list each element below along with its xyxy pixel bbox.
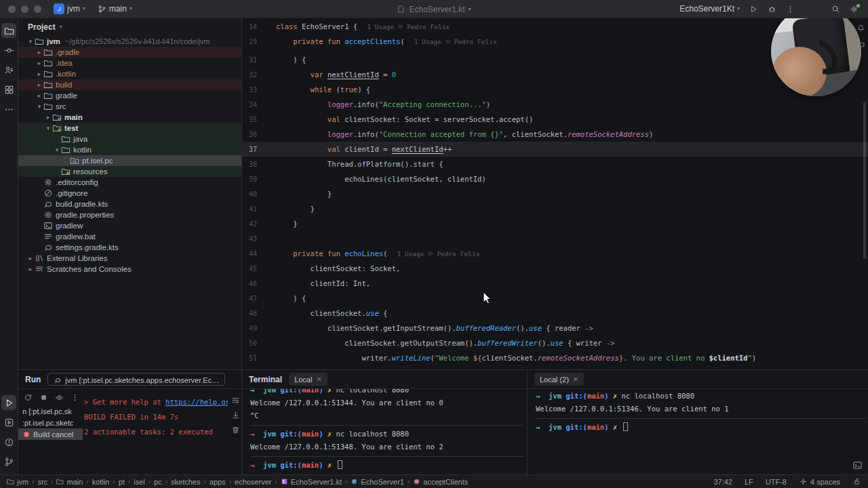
breadcrumb-item-src[interactable]: src — [37, 478, 47, 486]
settings-button[interactable] — [850, 5, 859, 14]
soft-wrap-button[interactable] — [231, 396, 240, 405]
code-line-50[interactable]: 50 clientSocket.getOutputStream().buffer… — [242, 336, 868, 350]
run-list-item[interactable]: n [:pt.isel.pc.sk — [18, 405, 83, 417]
sidebar-item-structure[interactable] — [1, 82, 16, 97]
line-ending-selector[interactable]: LF — [745, 478, 753, 486]
breadcrumb-item-sketches[interactable]: sketches — [171, 478, 200, 486]
clear-all-button[interactable] — [231, 426, 240, 434]
sidebar-item-version-control[interactable] — [1, 454, 16, 469]
code-line-38[interactable]: 38 Thread.ofPlatform().start { — [242, 157, 868, 171]
code-editor[interactable]: 14class EchoServer1 {1 UsagePedro Felix2… — [242, 18, 868, 369]
run-list-item[interactable]: :pt.isel.pc.sketc — [18, 417, 83, 428]
inlay-hint[interactable]: 1 UsagePedro Felix — [367, 23, 450, 30]
tree-item-build[interactable]: ▸build — [18, 79, 241, 90]
tree-item-resources[interactable]: resources — [18, 166, 241, 177]
code-line-47[interactable]: 47 ) { — [242, 291, 868, 306]
chevron-closed-icon[interactable]: ▸ — [35, 60, 43, 66]
tree-item-gitignore[interactable]: .gitignore — [18, 188, 241, 199]
tree-item-java[interactable]: java — [18, 134, 241, 144]
traffic-light-close[interactable] — [8, 5, 16, 13]
tree-item-editorconfig[interactable]: .editorconfig — [18, 177, 241, 188]
chevron-open-icon[interactable]: ▾ — [35, 103, 43, 110]
breadcrumb-item-pt[interactable]: pt — [119, 478, 125, 486]
sidebar-item-problems[interactable] — [1, 434, 16, 449]
editor-scrollbar[interactable] — [863, 102, 866, 259]
stop-button[interactable] — [39, 393, 48, 402]
code-line-40[interactable]: 40 } — [242, 186, 868, 201]
breadcrumb-item-apps[interactable]: apps — [210, 478, 226, 486]
chevron-closed-icon[interactable]: ▸ — [35, 81, 43, 88]
tree-item-gradlew-bat[interactable]: gradlew.bat — [18, 231, 241, 242]
terminal-2-output[interactable]: → jvm git:(main) ✗ nc localhost 8080Welc… — [536, 389, 865, 474]
more-options-button[interactable] — [71, 393, 79, 402]
indent-selector[interactable]: 4 spaces — [799, 477, 840, 486]
code-line-41[interactable]: 41 } — [242, 201, 868, 216]
scroll-to-end-button[interactable] — [231, 411, 240, 420]
tree-item-jvm[interactable]: ▾jvm~/git/pc/s2526v/s2526v-li41d-li41n/c… — [18, 36, 241, 47]
traffic-light-minimize[interactable] — [21, 5, 28, 13]
tree-item-gradle[interactable]: ▸.gradle — [18, 47, 241, 58]
tree-item-src[interactable]: ▾src — [18, 101, 241, 112]
tree-item-main[interactable]: ▸main — [18, 112, 241, 123]
code-line-32[interactable]: 32 var nextClientId = 0 — [242, 67, 868, 82]
run-console[interactable]: > Get more help at https://help.gradle.B… — [84, 397, 228, 442]
breadcrumb-item-acceptclients[interactable]: acceptClients — [413, 478, 468, 486]
sidebar-item-run[interactable] — [1, 395, 16, 410]
code-line-45[interactable]: 45 clientSocket: Socket, — [242, 261, 868, 276]
breadcrumb-item-isel[interactable]: isel — [134, 478, 145, 486]
code-line-39[interactable]: 39 echoLines(clientSocket, clientId) — [242, 171, 868, 186]
code-line-33[interactable]: 33 while (true) { — [242, 82, 868, 97]
code-line-14[interactable]: 14class EchoServer1 {1 UsagePedro Felix — [242, 19, 868, 34]
debug-button[interactable] — [768, 5, 776, 14]
chevron-closed-icon[interactable]: ▸ — [44, 114, 52, 121]
sidebar-item-pull-requests[interactable] — [1, 62, 16, 77]
code-line-43[interactable]: 43 — [242, 231, 868, 246]
chevron-open-icon[interactable]: ▾ — [44, 125, 52, 131]
sidebar-item-services[interactable] — [1, 415, 16, 430]
code-line-34[interactable]: 34 logger.info("Accepting connection..."… — [242, 97, 868, 112]
project-panel-header[interactable]: Project ▾ — [18, 18, 241, 36]
encoding-selector[interactable]: UTF-8 — [766, 478, 787, 486]
code-line-46[interactable]: 46 clientId: Int, — [242, 276, 868, 291]
terminal-corner-icon[interactable] — [852, 460, 863, 470]
code-line-51[interactable]: 51 writer.writeLine("Welcome ${clientSoc… — [242, 350, 868, 365]
run-button[interactable] — [749, 5, 758, 14]
code-line-44[interactable]: 44 private fun echoLines(1 UsagePedro Fe… — [242, 246, 868, 261]
run-tab[interactable]: jvm [:pt.isel.pc.sketches.apps.echoserve… — [47, 373, 225, 386]
inlay-hint[interactable]: 1 UsagePedro Felix — [414, 38, 497, 45]
tree-item-settings-gradle-kts[interactable]: settings.gradle.kts — [18, 242, 241, 253]
traffic-light-zoom[interactable] — [34, 5, 41, 13]
project-widget[interactable]: jvm ▾ — [54, 3, 85, 14]
breadcrumb-item-echoserver1[interactable]: EchoServer1 — [351, 478, 404, 486]
tree-item-kotlin[interactable]: ▸.kotlin — [18, 68, 241, 79]
console-link[interactable]: https://help.gradle. — [165, 398, 228, 406]
readonly-lock-icon[interactable] — [852, 477, 861, 486]
code-line-36[interactable]: 36 logger.info("Connection accepted from… — [242, 127, 868, 142]
breadcrumb-item-kotlin[interactable]: kotlin — [92, 478, 110, 486]
code-line-42[interactable]: 42 } — [242, 216, 868, 231]
tree-item-gradle-properties[interactable]: gradle.properties — [18, 209, 241, 220]
tree-item-gradlew[interactable]: gradlew — [18, 220, 241, 231]
tree-item-build-gradle-kts[interactable]: build.gradle.kts — [18, 199, 241, 209]
caret-position[interactable]: 37:42 — [713, 478, 732, 486]
chevron-closed-icon[interactable]: ▸ — [35, 70, 43, 77]
preview-button[interactable] — [55, 393, 64, 402]
chevron-open-icon[interactable]: ▾ — [26, 38, 35, 45]
branch-widget[interactable]: main ▾ — [98, 4, 132, 14]
tree-item-test[interactable]: ▾test — [18, 123, 241, 134]
breadcrumb-item-main[interactable]: main — [56, 478, 83, 486]
terminal-output[interactable]: → jvm git:(main) ✗ nc localhost 8080Welc… — [250, 389, 524, 474]
tree-item-pt-isel-pc[interactable]: pt.isel.pc — [18, 155, 241, 166]
breadcrumb-item-pc[interactable]: pc — [154, 478, 162, 486]
more-actions-button[interactable] — [786, 5, 795, 14]
tree-item-gradle[interactable]: ▸gradle — [18, 90, 241, 101]
sidebar-item-more-tool-windows[interactable] — [1, 102, 16, 117]
run-list-item[interactable]: Build cancel — [18, 428, 83, 440]
tree-item-idea[interactable]: ▸.idea — [18, 58, 241, 68]
chevron-closed-icon[interactable]: ▸ — [35, 92, 43, 99]
breadcrumb-item-echoserver[interactable]: echoserver — [235, 478, 271, 486]
rerun-button[interactable] — [24, 393, 33, 402]
code-line-48[interactable]: 48 clientSocket.use { — [242, 306, 868, 321]
sidebar-item-project[interactable] — [1, 23, 16, 38]
chevron-closed-icon[interactable]: ▸ — [35, 49, 43, 56]
